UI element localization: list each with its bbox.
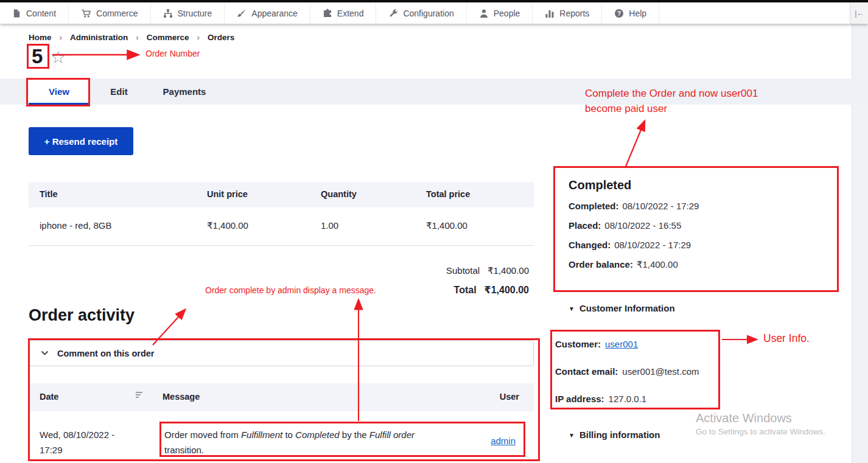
total-line: Total₹1,400.00 [29, 284, 529, 296]
menu-item-configuration[interactable]: Configuration [376, 2, 466, 24]
menu-item-people[interactable]: People [467, 2, 533, 24]
help-icon: ? [614, 9, 624, 18]
page-title-order-number: 5 [32, 45, 43, 68]
breadcrumb-home[interactable]: Home [29, 33, 52, 42]
breadcrumb-separator: › [197, 33, 200, 42]
admin-user-link[interactable]: admin [491, 436, 516, 446]
item-unit-price: ₹1,400.00 [207, 220, 248, 231]
sitemap-icon [163, 9, 173, 18]
admin-menu-bar: Content Commerce Structure Appearance Ex… [0, 2, 868, 24]
order-items-table: Title Unit price Quantity Total price ip… [29, 182, 534, 246]
menu-item-label: Content [26, 9, 56, 18]
item-quantity: 1.00 [321, 220, 338, 231]
paintbrush-icon [237, 9, 247, 18]
customer-field: Customer:user001 [555, 339, 638, 349]
subtotal-line: Subtotal₹1,400.00 [29, 265, 529, 276]
menu-item-label: Help [629, 9, 646, 18]
item-total-price: ₹1,400.00 [426, 220, 467, 231]
resend-receipt-button[interactable]: + Resend receipt [29, 127, 133, 155]
file-icon [12, 9, 21, 18]
breadcrumb-separator: › [60, 33, 63, 42]
placed-field: Placed:08/10/2022 - 16:55 [569, 220, 681, 231]
menu-item-structure[interactable]: Structure [151, 2, 225, 24]
subtotal-value: ₹1,400.00 [488, 265, 529, 276]
menu-item-label: People [494, 9, 520, 18]
menu-item-label: Commerce [96, 9, 138, 18]
contact-email-field: Contact email:user001@test.com [555, 366, 699, 377]
ip-address-field: IP address:127.0.0.1 [555, 394, 646, 404]
admin-toolbar-strip [0, 0, 868, 2]
activity-row: Wed, 08/10/2022 - 17:29 Order moved from… [29, 411, 534, 463]
order-items-header-row: Title Unit price Quantity Total price [29, 182, 534, 207]
menu-item-label: Reports [559, 9, 589, 18]
order-totals: Subtotal₹1,400.00 Total₹1,400.00 [29, 265, 529, 304]
col-title: Title [40, 189, 58, 199]
activate-windows-subtext: Go to Settings to activate Windows. [696, 427, 825, 436]
order-state-title: Completed [569, 178, 631, 192]
tab-view[interactable]: View [29, 78, 89, 105]
breadcrumb-administration[interactable]: Administration [70, 33, 128, 42]
wrench-icon [388, 9, 398, 18]
note-user-info: User Info. [763, 332, 810, 345]
breadcrumb-commerce[interactable]: Commerce [147, 33, 189, 42]
drupal-commerce-order-page: Content Commerce Structure Appearance Ex… [0, 0, 868, 463]
col-user: User [500, 392, 519, 402]
order-item-row: iphone - red, 8GB ₹1,400.00 1.00 ₹1,400.… [29, 207, 534, 246]
person-icon [479, 9, 489, 18]
cart-icon [81, 9, 91, 18]
menu-item-extend[interactable]: Extend [310, 2, 377, 24]
menu-item-label: Extend [337, 9, 364, 18]
changed-field: Changed:08/10/2022 - 17:29 [569, 240, 691, 250]
comment-toggle-label: Comment on this order [57, 349, 155, 358]
triangle-down-icon: ▼ [569, 305, 575, 312]
menu-item-label: Configuration [403, 9, 453, 18]
total-value: ₹1,400.00 [485, 285, 529, 295]
note-order-number: Order Number [145, 49, 200, 58]
activity-user-cell: admin [491, 436, 516, 446]
menu-item-help[interactable]: ? Help [602, 2, 659, 24]
sort-icon[interactable] [136, 392, 143, 399]
star-icon: ☆ [51, 47, 66, 68]
order-activity-table: Date Message User Wed, 08/10/2022 - 17:2… [29, 383, 534, 463]
col-quantity: Quantity [321, 189, 357, 199]
col-total-price: Total price [426, 189, 470, 199]
menu-item-commerce[interactable]: Commerce [69, 2, 150, 24]
menu-item-content[interactable]: Content [0, 2, 69, 24]
arrow-paid-user-note [625, 121, 645, 168]
breadcrumb: Home › Administration › Commerce › Order… [29, 33, 234, 42]
item-title: iphone - red, 8GB [40, 220, 111, 231]
subtotal-label: Subtotal [446, 265, 480, 276]
toolbar-orientation-toggle[interactable]: |← [850, 2, 868, 24]
tab-payments[interactable]: Payments [157, 78, 212, 105]
activate-windows-watermark: Activate Windows [696, 411, 792, 425]
activity-date: Wed, 08/10/2022 - 17:29 [40, 427, 131, 458]
collapse-arrow-icon: |← [855, 9, 863, 18]
bar-chart-icon [545, 9, 555, 18]
note-paid-user-line2: become paid user [585, 103, 667, 115]
menu-item-label: Appearance [251, 9, 298, 18]
menu-item-reports[interactable]: Reports [533, 2, 602, 24]
order-activity-heading: Order activity [29, 306, 135, 325]
activity-message: Order moved from Fulfillment to Complete… [164, 427, 450, 458]
col-unit-price: Unit price [207, 189, 248, 199]
billing-information-section-toggle[interactable]: ▼Billing information [569, 430, 660, 440]
tab-edit[interactable]: Edit [102, 78, 136, 105]
activity-header-row: Date Message User [29, 383, 534, 411]
customer-information-section-toggle[interactable]: ▼Customer Information [569, 303, 675, 313]
menu-item-appearance[interactable]: Appearance [225, 2, 310, 24]
comment-on-order-toggle[interactable]: Comment on this order [29, 340, 534, 366]
triangle-down-icon: ▼ [569, 432, 575, 439]
order-balance-field: Order balance:₹1,400.00 [569, 259, 678, 270]
total-label: Total [454, 285, 477, 295]
customer-user-link[interactable]: user001 [605, 339, 638, 349]
breadcrumb-orders[interactable]: Orders [208, 33, 234, 42]
breadcrumb-separator: › [136, 33, 139, 42]
svg-text:?: ? [617, 10, 621, 16]
puzzle-icon [323, 9, 332, 18]
col-date[interactable]: Date [40, 392, 58, 402]
col-message: Message [163, 392, 200, 402]
chevron-down-icon [41, 350, 49, 356]
completed-field: Completed:08/10/2022 - 17:29 [569, 201, 699, 211]
menu-item-label: Structure [178, 9, 212, 18]
